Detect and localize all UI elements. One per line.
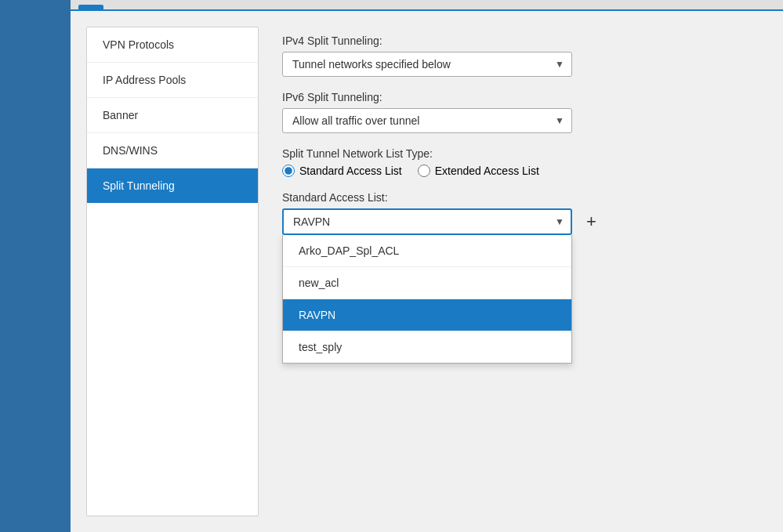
ipv6-label: IPv6 Split Tunneling: xyxy=(282,91,744,103)
add-acl-button[interactable]: + xyxy=(580,210,603,233)
radio-extended-label: Extended Access List xyxy=(435,165,539,177)
network-list-type-label: Split Tunnel Network List Type: xyxy=(282,147,744,160)
radio-standard-label: Standard Access List xyxy=(299,165,402,177)
dropdown-item-ravpn[interactable]: RAVPN xyxy=(283,299,571,331)
sidebar-nav: VPN Protocols IP Address Pools Banner DN… xyxy=(86,27,259,516)
form-area: IPv4 Split Tunneling: Tunnel networks sp… xyxy=(259,27,767,516)
radio-group: Standard Access List Extended Access Lis… xyxy=(282,165,744,177)
ipv4-group: IPv4 Split Tunneling: Tunnel networks sp… xyxy=(282,34,744,77)
ipv4-select[interactable]: Tunnel networks specified below xyxy=(282,52,572,77)
ipv6-select[interactable]: Allow all traffic over tunnel xyxy=(282,108,572,133)
sidebar-item-ip-address-pools[interactable]: IP Address Pools xyxy=(87,63,258,98)
main-area: VPN Protocols IP Address Pools Banner DN… xyxy=(71,0,783,532)
dropdown-item-test-sply[interactable]: test_sply xyxy=(283,331,571,363)
top-bar xyxy=(71,0,783,11)
network-list-type-group: Split Tunnel Network List Type: Standard… xyxy=(282,147,744,177)
ipv4-label: IPv4 Split Tunneling: xyxy=(282,34,744,47)
ipv4-select-wrapper: Tunnel networks specified below ▼ xyxy=(282,52,572,77)
sidebar-item-dns-wins[interactable]: DNS/WINS xyxy=(87,133,258,168)
sidebar-item-banner[interactable]: Banner xyxy=(87,98,258,133)
standard-acl-row: RAVPN ▼ Arko_DAP_Spl_ACL new_acl xyxy=(282,208,744,235)
content-area: VPN Protocols IP Address Pools Banner DN… xyxy=(71,11,783,532)
radio-extended-option[interactable]: Extended Access List xyxy=(418,165,539,177)
acl-dropdown-list: Arko_DAP_Spl_ACL new_acl RAVPN test_sply xyxy=(282,235,572,364)
acl-select[interactable]: RAVPN xyxy=(282,208,572,235)
radio-standard-option[interactable]: Standard Access List xyxy=(282,165,402,177)
ipv6-select-wrapper: Allow all traffic over tunnel ▼ xyxy=(282,108,572,133)
radio-extended[interactable] xyxy=(418,165,430,177)
ipv6-group: IPv6 Split Tunneling: Allow all traffic … xyxy=(282,91,744,133)
sidebar-item-split-tunneling[interactable]: Split Tunneling xyxy=(87,168,258,203)
left-sidebar-bar xyxy=(0,0,71,532)
dropdown-item-new-acl[interactable]: new_acl xyxy=(283,267,571,299)
standard-acl-label: Standard Access List: xyxy=(282,191,744,204)
acl-select-container: RAVPN ▼ Arko_DAP_Spl_ACL new_acl xyxy=(282,208,572,235)
standard-acl-group: Standard Access List: RAVPN ▼ Arko_DAP_S… xyxy=(282,191,744,235)
active-tab[interactable] xyxy=(78,5,103,9)
dropdown-item-arko[interactable]: Arko_DAP_Spl_ACL xyxy=(283,235,571,267)
radio-standard[interactable] xyxy=(282,165,295,177)
sidebar-item-vpn-protocols[interactable]: VPN Protocols xyxy=(87,27,258,63)
